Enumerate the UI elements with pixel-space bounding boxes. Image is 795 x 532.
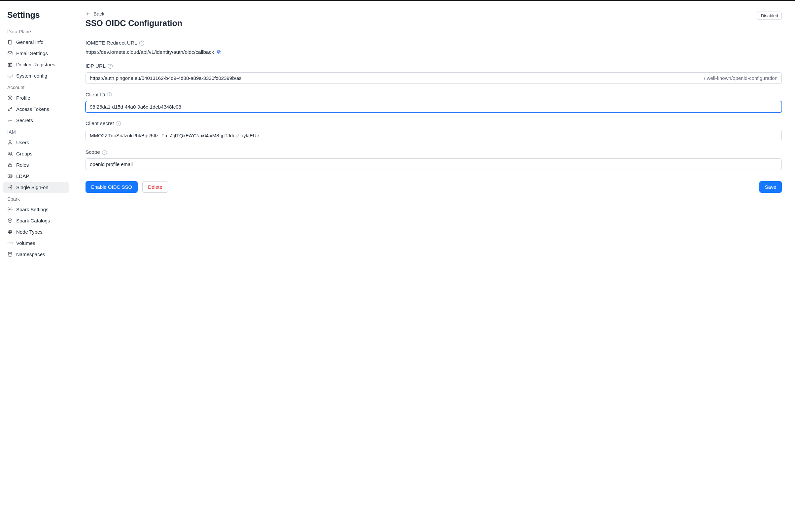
document-icon xyxy=(7,39,13,45)
sidebar-item-secrets[interactable]: Secrets xyxy=(3,115,69,126)
sidebar-item-label: Profile xyxy=(16,95,31,101)
sidebar-item-label: Namespaces xyxy=(16,251,45,257)
help-icon[interactable]: ? xyxy=(107,92,112,97)
gear-icon xyxy=(7,207,13,212)
sidebar-item-email-settings[interactable]: Email Settings xyxy=(3,48,69,59)
sidebar-item-node-types[interactable]: Node Types xyxy=(3,226,69,237)
svg-rect-5 xyxy=(8,74,12,77)
scope-label: Scope xyxy=(86,149,100,155)
sidebar-item-volumes[interactable]: Volumes xyxy=(3,238,69,248)
sidebar-item-groups[interactable]: Groups xyxy=(3,148,69,159)
sidebar-item-label: Volumes xyxy=(16,240,35,246)
database-icon xyxy=(7,251,13,257)
sidebar-title: Settings xyxy=(3,7,69,26)
svg-point-9 xyxy=(9,120,10,121)
idp-url-field-wrap: /.well-known/openid-configuration xyxy=(86,72,782,84)
svg-point-17 xyxy=(9,175,10,176)
client-secret-input[interactable] xyxy=(86,130,782,141)
svg-point-11 xyxy=(11,120,12,121)
sidebar-item-namespaces[interactable]: Namespaces xyxy=(3,249,69,260)
sidebar-item-label: LDAP xyxy=(16,173,29,179)
sidebar-item-roles[interactable]: Roles xyxy=(3,159,69,170)
sidebar-item-label: Spark Settings xyxy=(16,207,49,212)
client-secret-label: Client secret xyxy=(86,120,114,127)
save-button[interactable]: Save xyxy=(759,181,782,193)
sidebar-item-system-config[interactable]: System config xyxy=(3,70,69,81)
help-icon[interactable]: ? xyxy=(102,150,107,155)
client-id-label: Client ID xyxy=(86,92,105,98)
svg-rect-19 xyxy=(8,230,12,233)
svg-point-7 xyxy=(9,97,11,98)
sidebar-item-label: System config xyxy=(16,73,47,79)
svg-point-10 xyxy=(10,120,11,121)
svg-rect-3 xyxy=(10,64,11,66)
redirect-url-label: IOMETE Redirect URL xyxy=(86,40,137,46)
idp-url-label: IDP URL xyxy=(86,63,106,69)
disk-icon xyxy=(7,240,13,246)
sidebar-item-users[interactable]: Users xyxy=(3,137,69,148)
svg-point-22 xyxy=(8,243,9,243)
sidebar-item-ldap[interactable]: LDAP xyxy=(3,171,69,182)
enable-oidc-button[interactable]: Enable OIDC SSO xyxy=(86,181,138,193)
cpu-icon xyxy=(7,229,13,235)
sidebar-item-general-info[interactable]: General Info xyxy=(3,37,69,48)
sidebar-item-profile[interactable]: Profile xyxy=(3,92,69,103)
sidebar-section-account: Account xyxy=(3,81,69,92)
cube-icon xyxy=(7,218,13,224)
lock-icon xyxy=(7,162,13,168)
password-icon xyxy=(7,117,13,123)
sidebar-item-label: Email Settings xyxy=(16,51,48,56)
sidebar-item-label: Single Sign-on xyxy=(16,185,49,190)
svg-rect-21 xyxy=(8,242,12,244)
svg-rect-15 xyxy=(8,165,12,167)
sidebar-section-spark: Spark xyxy=(3,193,69,204)
copy-icon[interactable] xyxy=(216,50,222,55)
scope-input[interactable] xyxy=(86,158,782,170)
sidebar-item-label: Secrets xyxy=(16,117,33,123)
idp-url-input[interactable] xyxy=(86,73,700,83)
svg-point-18 xyxy=(9,209,11,210)
sidebar-section-iam: IAM xyxy=(3,126,69,137)
svg-point-13 xyxy=(8,152,10,153)
login-icon xyxy=(7,185,13,190)
back-link[interactable]: Back xyxy=(86,11,104,17)
idp-url-suffix: /.well-known/openid-configuration xyxy=(700,73,781,83)
svg-rect-1 xyxy=(8,52,12,55)
status-badge: Disabled xyxy=(757,12,782,20)
svg-point-8 xyxy=(8,109,10,111)
svg-point-23 xyxy=(8,252,12,253)
svg-rect-2 xyxy=(8,64,10,66)
sidebar-item-access-tokens[interactable]: Access Tokens xyxy=(3,103,69,115)
sidebar-item-docker-registries[interactable]: Docker Registries xyxy=(3,59,69,70)
user-circle-icon xyxy=(7,95,13,101)
sidebar-item-spark-catalogs[interactable]: Spark Catalogs xyxy=(3,215,69,226)
key-icon xyxy=(7,106,13,112)
user-icon xyxy=(7,139,13,145)
sidebar-item-label: Groups xyxy=(16,151,32,156)
sidebar-item-single-sign-on[interactable]: Single Sign-on xyxy=(3,182,69,193)
help-icon[interactable]: ? xyxy=(139,41,144,45)
sidebar-item-label: Users xyxy=(16,139,29,145)
users-icon xyxy=(7,151,13,156)
id-card-icon xyxy=(7,173,13,179)
sidebar-item-label: Spark Catalogs xyxy=(16,218,50,224)
redirect-url-value: https://dev.iomete.cloud/api/v1/identity… xyxy=(86,49,214,55)
sidebar-item-label: Access Tokens xyxy=(16,106,49,112)
monitor-icon xyxy=(7,73,13,79)
svg-rect-20 xyxy=(9,231,11,232)
registry-icon xyxy=(7,62,13,67)
sidebar-item-label: Node Types xyxy=(16,229,43,235)
help-icon[interactable]: ? xyxy=(108,64,113,69)
arrow-left-icon xyxy=(86,11,91,17)
svg-point-12 xyxy=(9,140,11,142)
delete-button[interactable]: Delete xyxy=(142,181,168,193)
client-id-input[interactable] xyxy=(86,101,782,113)
page-title: SSO OIDC Configuration xyxy=(86,18,182,28)
mail-icon xyxy=(7,51,13,56)
sidebar-item-label: General Info xyxy=(16,39,43,45)
sidebar-item-spark-settings[interactable]: Spark Settings xyxy=(3,204,69,215)
sidebar-item-label: Roles xyxy=(16,162,29,168)
help-icon[interactable]: ? xyxy=(116,121,121,126)
sidebar-section-data-plane: Data Plane xyxy=(3,26,69,36)
svg-rect-4 xyxy=(11,64,12,66)
